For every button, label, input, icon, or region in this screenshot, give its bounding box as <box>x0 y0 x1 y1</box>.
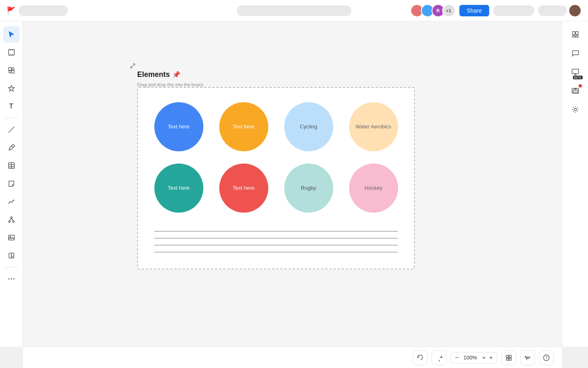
circles-grid: Text here Text here Cycling Water Aerobi… <box>150 100 402 215</box>
table-tool[interactable] <box>3 157 20 174</box>
avatar-count: +1 <box>442 4 455 17</box>
circle-3[interactable]: Cycling <box>284 102 333 151</box>
svg-line-31 <box>9 218 11 221</box>
svg-point-17 <box>11 68 14 70</box>
frame-label: Elements 📌 <box>137 70 415 79</box>
topbar-left: 🚩 <box>7 5 68 16</box>
pages-icon[interactable] <box>567 26 584 43</box>
help-button[interactable]: ? <box>539 350 554 365</box>
frame-board[interactable]: Text here Text here Cycling Water Aerobi… <box>137 87 415 269</box>
circle-5[interactable]: Text here <box>154 164 203 213</box>
svg-rect-33 <box>9 235 14 240</box>
settings-icon[interactable] <box>567 101 584 118</box>
svg-point-37 <box>8 278 9 280</box>
zoom-control[interactable]: − 100% + <box>450 352 497 364</box>
star-tool[interactable] <box>3 80 20 96</box>
svg-rect-16 <box>11 70 14 73</box>
line-2 <box>154 238 398 238</box>
frame-subtitle: Drag and drop this into the board. <box>137 82 415 87</box>
topbar-title[interactable] <box>19 5 68 16</box>
zoom-level: 100% <box>462 355 479 361</box>
line-4 <box>154 252 398 252</box>
comment-icon[interactable] <box>567 45 584 61</box>
svg-point-28 <box>11 217 12 218</box>
line-tool[interactable] <box>3 121 20 138</box>
circle-wrap-1: Text here <box>150 100 207 153</box>
svg-rect-43 <box>509 358 511 360</box>
circle-6[interactable]: Text here <box>219 164 268 213</box>
pen-tool[interactable] <box>3 139 20 156</box>
line-3 <box>154 245 398 245</box>
chart-tool[interactable] <box>3 193 20 210</box>
zoom-in-button[interactable]: + <box>489 354 493 361</box>
svg-rect-15 <box>9 67 11 70</box>
embed-tool[interactable] <box>3 247 20 264</box>
svg-point-30 <box>13 221 14 222</box>
notification-dot <box>579 84 582 88</box>
circle-4[interactable]: Water Aerobics <box>349 102 398 151</box>
svg-rect-10 <box>9 49 14 55</box>
user-avatar[interactable] <box>568 4 581 17</box>
circle-wrap-3: Cycling <box>280 100 337 153</box>
svg-rect-0 <box>572 31 575 35</box>
svg-line-32 <box>11 218 13 221</box>
image-tool[interactable] <box>3 229 20 246</box>
topbar-right: R +1 Share <box>410 4 581 17</box>
svg-point-29 <box>9 221 10 222</box>
redo-button[interactable] <box>432 350 446 365</box>
left-toolbar: T <box>0 21 23 347</box>
topbar-center <box>237 5 351 16</box>
fit-view-button[interactable] <box>501 350 516 365</box>
svg-line-20 <box>9 127 14 132</box>
frame-title: Elements <box>137 70 170 79</box>
circle-wrap-2: Text here <box>215 100 272 153</box>
pin-icon: 📌 <box>172 71 180 79</box>
svg-rect-3 <box>576 36 578 37</box>
avatar-stack: R +1 <box>410 4 455 17</box>
circle-wrap-8: Hockey <box>345 162 402 215</box>
svg-text:?: ? <box>545 356 548 360</box>
circle-2[interactable]: Text here <box>219 102 268 151</box>
diagram-tool[interactable] <box>3 211 20 228</box>
share-screen-icon[interactable] <box>567 83 584 99</box>
circle-7[interactable]: Rugby <box>284 164 333 213</box>
svg-point-38 <box>11 278 12 280</box>
topbar: 🚩 R +1 Share <box>0 0 588 21</box>
zoom-chevron[interactable] <box>482 356 486 360</box>
svg-point-18 <box>9 71 11 73</box>
share-button[interactable]: Share <box>459 5 489 16</box>
topbar-search[interactable] <box>237 5 351 16</box>
lines-section <box>150 231 402 252</box>
svg-point-9 <box>574 108 577 111</box>
sticky-tool[interactable] <box>3 175 20 192</box>
svg-rect-40 <box>506 355 508 357</box>
circle-wrap-5: Text here <box>150 162 207 215</box>
more-tool[interactable] <box>3 271 20 287</box>
toolbar-divider2 <box>5 267 18 267</box>
zoom-out-button[interactable]: − <box>455 354 459 361</box>
text-tool[interactable]: T <box>3 98 20 114</box>
svg-rect-42 <box>506 358 508 360</box>
circle-8[interactable]: Hockey <box>349 164 398 213</box>
line-1 <box>154 231 398 231</box>
topbar-pill2[interactable] <box>493 5 534 16</box>
toolbar-divider1 <box>5 118 18 118</box>
svg-rect-4 <box>572 69 579 74</box>
frame-tool[interactable] <box>3 44 20 61</box>
undo-button[interactable] <box>413 350 428 365</box>
svg-rect-41 <box>509 355 511 357</box>
select-tool[interactable] <box>3 26 20 43</box>
screen-icon[interactable]: BETA <box>567 64 584 80</box>
circle-wrap-7: Rugby <box>280 162 337 215</box>
expand-icon <box>130 63 136 69</box>
shapes-tool[interactable] <box>3 62 20 79</box>
canvas-area[interactable]: Elements 📌 Drag and drop this into the b… <box>23 21 562 347</box>
right-panel: BETA <box>562 21 588 347</box>
waveform-button[interactable] <box>520 350 535 365</box>
frame-container: Elements 📌 Drag and drop this into the b… <box>137 70 415 269</box>
topbar-pill3[interactable] <box>538 5 567 16</box>
svg-line-21 <box>11 146 13 148</box>
svg-marker-19 <box>9 85 14 91</box>
circle-1[interactable]: Text here <box>154 102 203 151</box>
beta-badge: BETA <box>573 76 583 79</box>
